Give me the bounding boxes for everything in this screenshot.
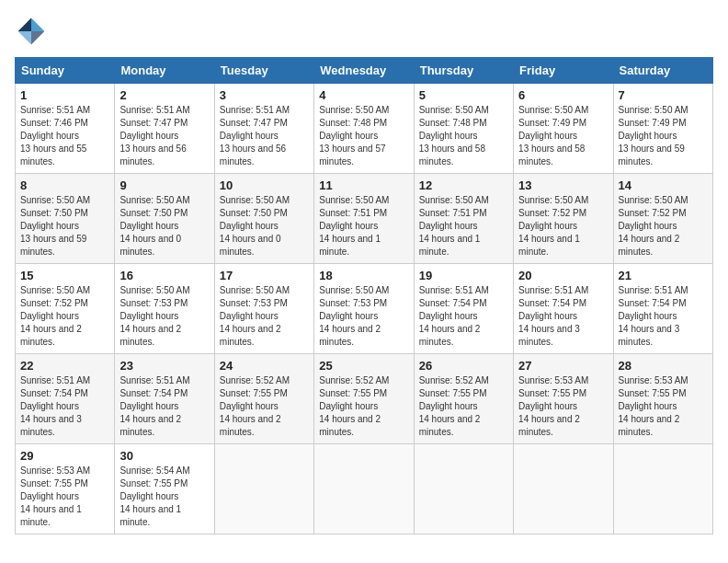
calendar-header-row: SundayMondayTuesdayWednesdayThursdayFrid… bbox=[16, 58, 713, 84]
day-number: 12 bbox=[419, 178, 508, 192]
day-number: 30 bbox=[119, 449, 209, 463]
day-info: Sunrise: 5:53 AMSunset: 7:55 PMDaylight … bbox=[619, 374, 708, 439]
calendar-cell: 23Sunrise: 5:51 AMSunset: 7:54 PMDayligh… bbox=[115, 354, 214, 444]
day-number: 1 bbox=[20, 88, 109, 102]
day-info: Sunrise: 5:52 AMSunset: 7:55 PMDaylight … bbox=[220, 374, 309, 439]
calendar-cell: 9Sunrise: 5:50 AMSunset: 7:50 PMDaylight… bbox=[115, 174, 214, 264]
weekday-header: Friday bbox=[514, 58, 613, 84]
day-number: 2 bbox=[119, 88, 209, 102]
day-number: 21 bbox=[619, 269, 708, 282]
day-info: Sunrise: 5:50 AMSunset: 7:50 PMDaylight … bbox=[20, 194, 109, 259]
day-number: 11 bbox=[319, 178, 408, 192]
calendar-cell bbox=[214, 444, 313, 534]
calendar-cell: 27Sunrise: 5:53 AMSunset: 7:55 PMDayligh… bbox=[514, 354, 613, 444]
weekday-header: Sunday bbox=[16, 58, 115, 84]
day-info: Sunrise: 5:50 AMSunset: 7:52 PMDaylight … bbox=[619, 194, 708, 259]
weekday-header: Saturday bbox=[613, 58, 712, 84]
day-number: 23 bbox=[119, 359, 209, 373]
day-info: Sunrise: 5:50 AMSunset: 7:50 PMDaylight … bbox=[220, 194, 309, 259]
calendar-cell bbox=[514, 444, 613, 534]
day-info: Sunrise: 5:52 AMSunset: 7:55 PMDaylight … bbox=[419, 374, 508, 439]
day-number: 13 bbox=[518, 178, 608, 192]
day-number: 6 bbox=[518, 88, 608, 102]
calendar-cell: 16Sunrise: 5:50 AMSunset: 7:53 PMDayligh… bbox=[115, 264, 214, 354]
day-number: 9 bbox=[119, 178, 209, 192]
day-info: Sunrise: 5:53 AMSunset: 7:55 PMDaylight … bbox=[518, 374, 608, 439]
weekday-header: Tuesday bbox=[214, 58, 313, 84]
calendar-cell: 18Sunrise: 5:50 AMSunset: 7:53 PMDayligh… bbox=[314, 264, 414, 354]
calendar-cell: 15Sunrise: 5:50 AMSunset: 7:52 PMDayligh… bbox=[16, 264, 115, 354]
day-info: Sunrise: 5:51 AMSunset: 7:54 PMDaylight … bbox=[419, 284, 508, 349]
day-number: 28 bbox=[619, 359, 708, 373]
day-number: 19 bbox=[419, 269, 508, 282]
calendar-cell: 19Sunrise: 5:51 AMSunset: 7:54 PMDayligh… bbox=[414, 264, 513, 354]
calendar-cell: 25Sunrise: 5:52 AMSunset: 7:55 PMDayligh… bbox=[314, 354, 414, 444]
weekday-header: Thursday bbox=[414, 58, 513, 84]
day-info: Sunrise: 5:54 AMSunset: 7:55 PMDaylight … bbox=[119, 465, 209, 529]
day-number: 20 bbox=[518, 269, 608, 282]
calendar-cell: 17Sunrise: 5:50 AMSunset: 7:53 PMDayligh… bbox=[214, 264, 313, 354]
day-info: Sunrise: 5:50 AMSunset: 7:52 PMDaylight … bbox=[20, 284, 109, 349]
day-number: 29 bbox=[20, 449, 109, 463]
day-number: 24 bbox=[220, 359, 309, 373]
weekday-header: Wednesday bbox=[314, 58, 414, 84]
day-info: Sunrise: 5:51 AMSunset: 7:47 PMDaylight … bbox=[119, 104, 209, 168]
day-number: 7 bbox=[619, 88, 708, 102]
calendar-cell: 10Sunrise: 5:50 AMSunset: 7:50 PMDayligh… bbox=[214, 174, 313, 264]
day-info: Sunrise: 5:51 AMSunset: 7:46 PMDaylight … bbox=[20, 104, 109, 168]
calendar-week-row: 29Sunrise: 5:53 AMSunset: 7:55 PMDayligh… bbox=[16, 444, 713, 534]
day-info: Sunrise: 5:51 AMSunset: 7:54 PMDaylight … bbox=[119, 374, 209, 439]
calendar-cell: 26Sunrise: 5:52 AMSunset: 7:55 PMDayligh… bbox=[414, 354, 513, 444]
calendar-cell: 22Sunrise: 5:51 AMSunset: 7:54 PMDayligh… bbox=[16, 354, 115, 444]
calendar-cell: 21Sunrise: 5:51 AMSunset: 7:54 PMDayligh… bbox=[613, 264, 712, 354]
calendar-cell: 8Sunrise: 5:50 AMSunset: 7:50 PMDaylight… bbox=[16, 174, 115, 264]
day-number: 3 bbox=[220, 88, 309, 102]
calendar-cell: 3Sunrise: 5:51 AMSunset: 7:47 PMDaylight… bbox=[214, 84, 313, 174]
day-info: Sunrise: 5:50 AMSunset: 7:49 PMDaylight … bbox=[518, 104, 608, 168]
day-info: Sunrise: 5:50 AMSunset: 7:51 PMDaylight … bbox=[319, 194, 408, 259]
calendar-week-row: 1Sunrise: 5:51 AMSunset: 7:46 PMDaylight… bbox=[16, 84, 713, 174]
day-number: 15 bbox=[20, 269, 109, 282]
calendar-cell bbox=[613, 444, 712, 534]
day-info: Sunrise: 5:50 AMSunset: 7:50 PMDaylight … bbox=[119, 194, 209, 259]
day-number: 17 bbox=[220, 269, 309, 282]
day-info: Sunrise: 5:50 AMSunset: 7:48 PMDaylight … bbox=[319, 104, 408, 168]
calendar-cell: 29Sunrise: 5:53 AMSunset: 7:55 PMDayligh… bbox=[16, 444, 115, 534]
day-number: 5 bbox=[419, 88, 508, 102]
calendar-cell bbox=[314, 444, 414, 534]
calendar-cell: 14Sunrise: 5:50 AMSunset: 7:52 PMDayligh… bbox=[613, 174, 712, 264]
day-number: 10 bbox=[220, 178, 309, 192]
svg-marker-2 bbox=[18, 31, 31, 44]
calendar-cell: 2Sunrise: 5:51 AMSunset: 7:47 PMDaylight… bbox=[115, 84, 214, 174]
calendar-cell: 12Sunrise: 5:50 AMSunset: 7:51 PMDayligh… bbox=[414, 174, 513, 264]
calendar-week-row: 15Sunrise: 5:50 AMSunset: 7:52 PMDayligh… bbox=[16, 264, 713, 354]
calendar-cell: 11Sunrise: 5:50 AMSunset: 7:51 PMDayligh… bbox=[314, 174, 414, 264]
weekday-header: Monday bbox=[115, 58, 214, 84]
day-info: Sunrise: 5:50 AMSunset: 7:51 PMDaylight … bbox=[419, 194, 508, 259]
svg-marker-3 bbox=[31, 31, 44, 44]
day-number: 18 bbox=[319, 269, 408, 282]
calendar-cell: 7Sunrise: 5:50 AMSunset: 7:49 PMDaylight… bbox=[613, 84, 712, 174]
calendar-table: SundayMondayTuesdayWednesdayThursdayFrid… bbox=[15, 57, 713, 534]
calendar-cell: 24Sunrise: 5:52 AMSunset: 7:55 PMDayligh… bbox=[214, 354, 313, 444]
calendar-week-row: 8Sunrise: 5:50 AMSunset: 7:50 PMDaylight… bbox=[16, 174, 713, 264]
day-info: Sunrise: 5:51 AMSunset: 7:54 PMDaylight … bbox=[518, 284, 608, 349]
day-info: Sunrise: 5:52 AMSunset: 7:55 PMDaylight … bbox=[319, 374, 408, 439]
calendar-cell: 13Sunrise: 5:50 AMSunset: 7:52 PMDayligh… bbox=[514, 174, 613, 264]
day-number: 14 bbox=[619, 178, 708, 192]
day-info: Sunrise: 5:51 AMSunset: 7:47 PMDaylight … bbox=[220, 104, 309, 168]
day-info: Sunrise: 5:50 AMSunset: 7:53 PMDaylight … bbox=[119, 284, 209, 349]
calendar-cell bbox=[414, 444, 513, 534]
day-info: Sunrise: 5:51 AMSunset: 7:54 PMDaylight … bbox=[20, 374, 109, 439]
day-info: Sunrise: 5:50 AMSunset: 7:48 PMDaylight … bbox=[419, 104, 508, 168]
calendar-cell: 28Sunrise: 5:53 AMSunset: 7:55 PMDayligh… bbox=[613, 354, 712, 444]
calendar-cell: 1Sunrise: 5:51 AMSunset: 7:46 PMDaylight… bbox=[16, 84, 115, 174]
day-info: Sunrise: 5:51 AMSunset: 7:54 PMDaylight … bbox=[619, 284, 708, 349]
svg-marker-1 bbox=[18, 18, 31, 31]
day-number: 26 bbox=[419, 359, 508, 373]
day-number: 22 bbox=[20, 359, 109, 373]
day-number: 4 bbox=[319, 88, 408, 102]
calendar-cell: 6Sunrise: 5:50 AMSunset: 7:49 PMDaylight… bbox=[514, 84, 613, 174]
logo-icon bbox=[15, 15, 48, 48]
day-info: Sunrise: 5:50 AMSunset: 7:53 PMDaylight … bbox=[220, 284, 309, 349]
